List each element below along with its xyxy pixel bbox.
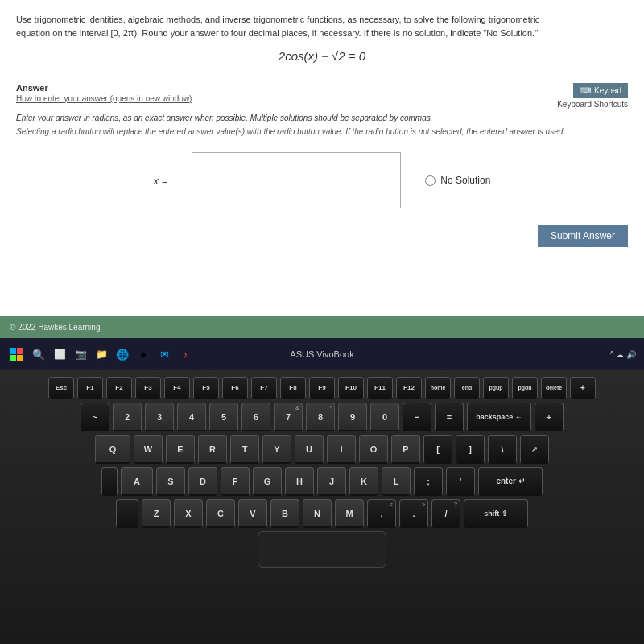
key-caps[interactable] xyxy=(101,467,118,496)
answer-input-area: x = No Solution xyxy=(16,144,628,217)
key-t[interactable]: T xyxy=(230,435,259,464)
key-n[interactable]: N xyxy=(303,499,332,528)
key-l[interactable]: L xyxy=(382,467,411,496)
zxcv-key-row: Z X C V B N M <, >. ?/ shift ⇧ xyxy=(24,499,620,528)
key-f1[interactable]: F1 xyxy=(77,377,103,399)
key-right-side[interactable]: ↗ xyxy=(520,435,549,464)
key-0[interactable]: 0 xyxy=(370,402,399,431)
key-f2[interactable]: F2 xyxy=(106,377,132,399)
key-backslash[interactable]: \ xyxy=(488,435,517,464)
key-backspace[interactable]: backspace ← xyxy=(467,402,531,431)
key-f10[interactable]: F10 xyxy=(338,377,364,399)
folder-icon[interactable]: 📁 xyxy=(93,346,109,362)
key-o[interactable]: O xyxy=(359,435,388,464)
key-period[interactable]: >. xyxy=(399,499,428,528)
key-m[interactable]: M xyxy=(335,499,364,528)
key-5[interactable]: 5 xyxy=(209,402,238,431)
key-minus[interactable]: − xyxy=(402,402,431,431)
key-enter[interactable]: enter ↵ xyxy=(478,467,543,496)
key-g[interactable]: G xyxy=(253,467,282,496)
key-numpad-plus[interactable]: + xyxy=(535,402,564,431)
key-pgdn[interactable]: pgdn xyxy=(512,377,538,399)
key-a[interactable]: A xyxy=(121,467,153,496)
key-j[interactable]: J xyxy=(317,467,346,496)
key-shift-left[interactable] xyxy=(116,499,138,528)
key-delete[interactable]: delete xyxy=(541,377,567,399)
touchpad[interactable] xyxy=(258,531,386,568)
key-esc[interactable]: Esc xyxy=(48,377,74,399)
chrome-icon[interactable]: ● xyxy=(135,346,151,362)
mail-icon[interactable]: ✉ xyxy=(156,346,172,362)
key-f12[interactable]: F12 xyxy=(396,377,422,399)
key-h[interactable]: H xyxy=(285,467,314,496)
keypad-button[interactable]: ⌨ Keypad xyxy=(573,83,628,98)
key-k[interactable]: K xyxy=(349,467,378,496)
radio-note: Selecting a radio button will replace th… xyxy=(16,127,628,136)
key-4[interactable]: 4 xyxy=(177,402,206,431)
key-tilde[interactable]: ~ xyxy=(80,402,109,431)
key-8[interactable]: *8 xyxy=(306,402,335,431)
key-semicolon[interactable]: ; xyxy=(414,467,443,496)
key-f9[interactable]: F9 xyxy=(309,377,335,399)
key-slash[interactable]: ?/ xyxy=(431,499,460,528)
key-v[interactable]: V xyxy=(238,499,267,528)
no-solution-option[interactable]: No Solution xyxy=(425,175,490,186)
submit-button[interactable]: Submit Answer xyxy=(538,225,628,247)
key-c[interactable]: C xyxy=(206,499,235,528)
key-f4[interactable]: F4 xyxy=(164,377,190,399)
key-end[interactable]: end xyxy=(454,377,480,399)
key-comma[interactable]: <, xyxy=(367,499,396,528)
keyboard-shortcuts-link[interactable]: Keyboard Shortcuts xyxy=(557,100,628,109)
key-q-visible[interactable]: Q xyxy=(95,435,130,464)
key-shift-right[interactable]: shift ⇧ xyxy=(464,499,528,528)
x-equals-label: x = xyxy=(154,175,168,187)
answer-input[interactable] xyxy=(192,152,401,208)
key-2[interactable]: 2 xyxy=(113,402,142,431)
keypad-icon: ⌨ xyxy=(580,86,591,95)
key-p[interactable]: P xyxy=(391,435,420,464)
answer-header: Answer How to enter your answer (opens i… xyxy=(16,83,628,109)
key-s[interactable]: S xyxy=(156,467,185,496)
key-9[interactable]: 9 xyxy=(338,402,367,431)
key-d[interactable]: D xyxy=(188,467,217,496)
key-3[interactable]: 3 xyxy=(145,402,174,431)
key-f6[interactable]: F6 xyxy=(222,377,248,399)
key-f11[interactable]: F11 xyxy=(367,377,393,399)
key-i[interactable]: I xyxy=(327,435,356,464)
key-f3[interactable]: F3 xyxy=(135,377,161,399)
key-7[interactable]: &7 xyxy=(274,402,303,431)
key-b[interactable]: B xyxy=(270,499,299,528)
key-f8[interactable]: F8 xyxy=(280,377,306,399)
key-x[interactable]: X xyxy=(174,499,203,528)
key-rbracket[interactable]: ] xyxy=(456,435,485,464)
music-icon[interactable]: ♪ xyxy=(177,346,193,362)
screen-area: Use trigonometric identities, algebraic … xyxy=(0,0,644,338)
key-f[interactable]: F xyxy=(221,467,250,496)
answer-help-link[interactable]: How to enter your answer (opens in new w… xyxy=(16,94,192,103)
key-y[interactable]: Y xyxy=(262,435,291,464)
task-view-icon[interactable]: ⬜ xyxy=(52,346,68,362)
key-plus-fn[interactable]: + xyxy=(570,377,596,399)
key-r[interactable]: R xyxy=(198,435,227,464)
key-pgup[interactable]: pgup xyxy=(483,377,509,399)
video-icon[interactable]: 📷 xyxy=(72,346,89,362)
key-equals[interactable]: = xyxy=(435,402,464,431)
key-w[interactable]: W xyxy=(134,435,163,464)
key-lbracket[interactable]: [ xyxy=(423,435,452,464)
windows-start-button[interactable] xyxy=(8,346,24,362)
key-home[interactable]: home xyxy=(425,377,451,399)
search-taskbar-icon[interactable]: 🔍 xyxy=(31,346,47,362)
edge-icon[interactable]: 🌐 xyxy=(114,346,130,362)
no-solution-radio[interactable] xyxy=(425,175,436,186)
key-z[interactable]: Z xyxy=(142,499,171,528)
key-6[interactable]: 6 xyxy=(242,402,270,431)
fn-key-row: Esc F1 F2 F3 F4 F5 F6 F7 F8 F9 F10 F11 F… xyxy=(24,377,620,399)
instruction-text: Enter your answer in radians, as an exac… xyxy=(16,114,628,122)
system-tray: ^ ☁ 🔊 xyxy=(610,350,636,359)
question-text: Use trigonometric identities, algebraic … xyxy=(16,13,564,39)
key-f7[interactable]: F7 xyxy=(251,377,277,399)
key-f5[interactable]: F5 xyxy=(193,377,219,399)
key-quote[interactable]: ' xyxy=(446,467,475,496)
key-u[interactable]: U xyxy=(295,435,324,464)
key-e[interactable]: E xyxy=(166,435,195,464)
